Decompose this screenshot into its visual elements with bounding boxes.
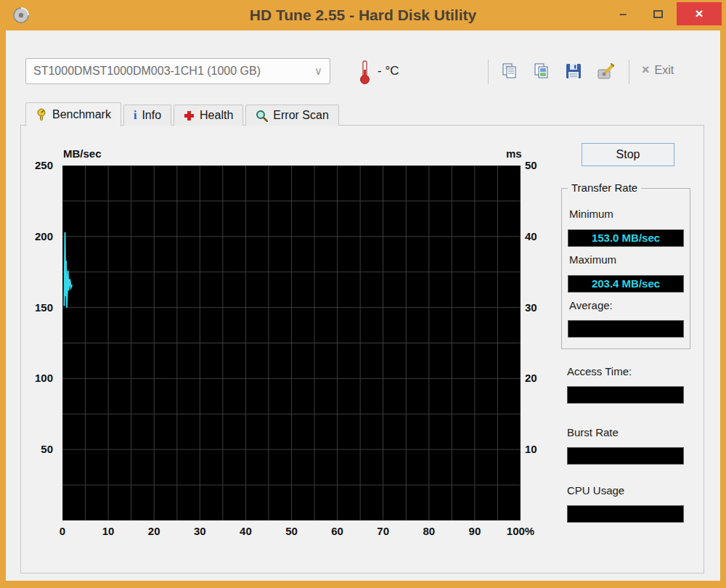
app-window: HD Tune 2.55 - Hard Disk Utility – × ST1…: [0, 0, 726, 588]
benchmark-icon: [36, 108, 47, 121]
magnifier-icon: [256, 110, 268, 122]
x-tick: 100%: [507, 525, 534, 537]
thermometer-icon: [359, 60, 371, 87]
drive-select-value: ST1000DMST1000DM003-1CH1 (1000 GB): [33, 65, 261, 78]
transfer-rate-group: Transfer Rate Minimum 153.0 MB/sec Maxim…: [561, 188, 690, 349]
y-axis-unit-right: ms: [506, 147, 522, 160]
options-icon[interactable]: [595, 61, 616, 81]
tab-bar: Benchmark i Info Health: [25, 102, 341, 126]
save-screenshot-icon[interactable]: [563, 61, 584, 81]
tab-info[interactable]: i Info: [123, 105, 171, 126]
tab-label: Health: [200, 109, 233, 122]
y-left-tick: 150: [21, 301, 53, 314]
temperature-readout: - °C: [378, 64, 399, 78]
benchmark-chart: [62, 166, 521, 520]
minimize-button[interactable]: –: [607, 2, 639, 25]
access-time-value-box: [567, 386, 684, 404]
x-tick: 10: [102, 525, 115, 537]
y-left-tick: 250: [21, 159, 53, 171]
y-left-ticks: 25020015010050: [21, 166, 57, 520]
chevron-down-icon: ∨: [314, 65, 322, 78]
copy-screenshot-icon[interactable]: [531, 61, 552, 81]
drive-select[interactable]: ST1000DMST1000DM003-1CH1 (1000 GB) ∨: [25, 58, 330, 84]
cpu-usage-label: CPU Usage: [567, 484, 624, 497]
exit-button[interactable]: × Exit: [642, 62, 674, 78]
transfer-rate-legend: Transfer Rate: [568, 181, 641, 194]
x-tick: 80: [423, 525, 435, 537]
tab-label: Benchmark: [52, 108, 111, 121]
benchmark-page: MB/sec ms 25020015010050 5040302010 0102…: [20, 125, 704, 573]
titlebar[interactable]: HD Tune 2.55 - Hard Disk Utility – ×: [0, 0, 726, 30]
exit-label: Exit: [655, 64, 674, 77]
health-cross-icon: [184, 110, 195, 121]
y-axis-unit-left: MB/sec: [63, 147, 102, 160]
y-right-tick: 20: [525, 372, 557, 384]
x-ticks: 0102030405060708090100%: [62, 525, 521, 541]
maximize-button[interactable]: [642, 2, 674, 25]
stop-button[interactable]: Stop: [582, 143, 674, 166]
maximize-icon: [653, 10, 663, 18]
burst-rate-value-box: [567, 447, 684, 465]
close-button[interactable]: ×: [677, 2, 722, 25]
close-icon: ×: [695, 6, 703, 22]
exit-x-icon: ×: [642, 62, 650, 78]
y-right-tick: 10: [525, 443, 557, 455]
x-tick: 20: [148, 525, 160, 537]
y-left-tick: 200: [21, 230, 53, 242]
tab-label: Info: [142, 109, 161, 122]
x-tick: 90: [469, 525, 481, 537]
minimize-icon: –: [619, 7, 627, 22]
x-tick: 40: [240, 525, 252, 537]
copy-info-icon[interactable]: [499, 61, 520, 81]
tab-health[interactable]: Health: [174, 105, 243, 126]
y-right-ticks: 5040302010: [525, 166, 554, 520]
maximum-value-box: 203.4 MB/sec: [568, 275, 684, 293]
toolbar-separator: [488, 60, 489, 84]
tab-benchmark[interactable]: Benchmark: [25, 102, 121, 126]
y-left-tick: 50: [21, 443, 53, 455]
toolbar-separator: [629, 60, 629, 84]
y-right-tick: 40: [525, 230, 557, 242]
y-left-tick: 100: [21, 372, 53, 384]
x-tick: 0: [60, 525, 65, 537]
minimum-value: 153.0 MB/sec: [568, 230, 683, 246]
y-right-tick: 50: [525, 159, 557, 171]
client-area: ST1000DMST1000DM003-1CH1 (1000 GB) ∨ - °…: [6, 30, 720, 581]
info-icon: i: [134, 109, 136, 122]
x-tick: 50: [285, 525, 298, 537]
tab-label: Error Scan: [273, 109, 328, 122]
burst-rate-label: Burst Rate: [567, 426, 619, 438]
average-label: Average:: [569, 299, 613, 311]
cpu-usage-value-box: [567, 505, 684, 523]
x-tick: 30: [194, 525, 206, 537]
window-controls: – ×: [607, 2, 722, 25]
tab-error-scan[interactable]: Error Scan: [245, 105, 338, 126]
maximum-label: Maximum: [569, 253, 616, 266]
x-tick: 70: [377, 525, 389, 537]
minimum-label: Minimum: [569, 208, 613, 220]
average-value-box: [568, 320, 684, 338]
y-right-tick: 30: [525, 301, 557, 314]
x-tick: 60: [331, 525, 343, 537]
minimum-value-box: 153.0 MB/sec: [568, 229, 684, 247]
maximum-value: 203.4 MB/sec: [568, 276, 683, 292]
access-time-label: Access Time:: [567, 365, 632, 377]
